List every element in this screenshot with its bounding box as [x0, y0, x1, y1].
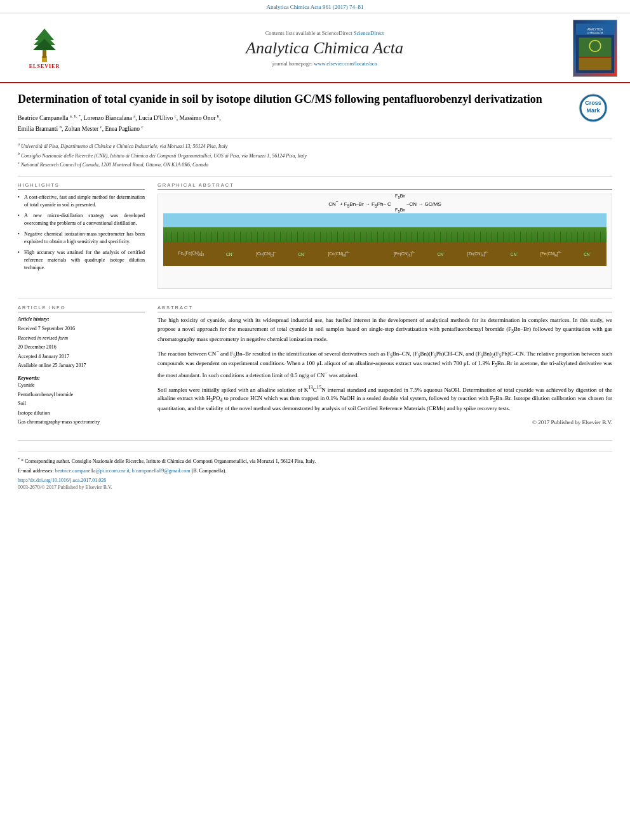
keywords-section: Keywords: Cyanide Pentafluorobenzyl brom…	[18, 375, 145, 427]
graphical-abstract-column: GRAPHICAL ABSTRACT CN− + F5Bn–Br → F5Ph–…	[158, 182, 612, 289]
sciencedirect-text: Contents lists available at ScienceDirec…	[76, 30, 573, 36]
journal-homepage-link[interactable]: www.elsevier.com/locate/aca	[314, 60, 377, 67]
article-info-abstract-section: ARTICLE INFO Article history: Received 7…	[18, 305, 612, 427]
received-revised-date: 20 December 2016	[18, 343, 145, 352]
doi-link[interactable]: http://dx.doi.org/10.1016/j.aca.2017.01.…	[18, 477, 106, 483]
elsevier-tree-icon	[19, 27, 70, 62]
email-label: E-mail addresses:	[18, 468, 54, 474]
journal-cover-svg: ANALYTICA CHIMICA ACTA	[576, 20, 614, 76]
accepted-date: Accepted 4 January 2017	[18, 352, 145, 361]
elsevier-label: ELSEVIER	[29, 63, 60, 69]
title-text: Determination of total cyanide in soil b…	[18, 93, 542, 105]
abstract-label: ABSTRACT	[158, 305, 612, 312]
corresponding-author-note: * * Corresponding author. Consiglio Nazi…	[18, 457, 612, 465]
email-addresses: E-mail addresses: beatrice.campanella@pi…	[18, 467, 612, 475]
highlights-column: HIGHLIGHTS A cost-effective, fast and si…	[18, 182, 145, 289]
keyword-3: Soil	[18, 399, 145, 408]
journal-homepage: journal homepage: www.elsevier.com/locat…	[76, 60, 573, 67]
journal-cover-image: ANALYTICA CHIMICA ACTA	[573, 20, 617, 77]
elsevier-logo: ELSEVIER	[13, 27, 76, 69]
article-title: Determination of total cyanide in soil b…	[18, 92, 612, 107]
authors-section: Beatrice Campanella a, b, *, Lorenzo Bia…	[18, 113, 612, 134]
section-divider	[18, 177, 612, 177]
crossmark-logo[interactable]: Cross Mark	[577, 92, 612, 127]
journal-center: Contents lists available at ScienceDirec…	[76, 30, 573, 67]
abstract-paragraph-2: The reaction between CN− and F5Bn–Br res…	[158, 348, 612, 380]
highlight-item-4: High accuracy was attained for the analy…	[18, 249, 145, 272]
received-date: Received 7 September 2016	[18, 324, 145, 333]
article-history-label: Article history:	[18, 316, 145, 322]
keyword-2: Pentafluorobenzyl bromide	[18, 390, 145, 399]
svg-text:CHIMICA ACTA: CHIMICA ACTA	[587, 32, 603, 34]
section-divider-2	[18, 298, 612, 298]
corresponding-author-text: * Corresponding author. Consiglio Nazion…	[21, 458, 316, 463]
sciencedirect-link[interactable]: ScienceDirect	[354, 30, 384, 36]
abstract-column: ABSTRACT The high toxicity of cyanide, a…	[158, 305, 612, 427]
keywords-list: Cyanide Pentafluorobenzyl bromide Soil I…	[18, 381, 145, 427]
available-date: Available online 25 January 2017	[18, 361, 145, 370]
abstract-paragraph-3: Soil samples were initially spiked with …	[158, 384, 612, 413]
keyword-5: Gas chromatography-mass spectrometry	[18, 418, 145, 427]
highlight-item-3: Negative chemical ionization-mass spectr…	[18, 230, 145, 246]
svg-rect-10	[579, 57, 611, 70]
reaction-scheme: CN− + F5Bn–Br → F5Ph– F5Bn C F5Bn –CN → …	[163, 199, 607, 208]
svg-text:ANALYTICA: ANALYTICA	[587, 28, 603, 31]
svg-text:Cross: Cross	[585, 100, 601, 106]
keyword-4: Isotope dilution	[18, 409, 145, 418]
received-revised-label: Received in revised form	[18, 334, 145, 343]
abstract-paragraph-1: The high toxicity of cyanide, along with…	[158, 316, 612, 343]
journal-title: Analytica Chimica Acta	[76, 39, 573, 58]
article-info-label: ARTICLE INFO	[18, 305, 145, 312]
journal-ref-text: Analytica Chimica Acta 961 (2017) 74–81	[266, 4, 363, 10]
footer-divider	[18, 440, 612, 441]
graphical-abstract-visual: Fe4[Fe(CN)6]3 CN− [Cu(CN)2]− CN− [Co(CN)…	[163, 213, 607, 270]
affiliations-section: a Università di Pisa, Dipartimento di Ch…	[18, 138, 612, 169]
abstract-copyright: © 2017 Published by Elsevier B.V.	[158, 418, 612, 427]
keywords-label: Keywords:	[18, 375, 145, 381]
article-content: Determination of total cyanide in soil b…	[0, 83, 630, 499]
graphical-abstract-image: CN− + F5Bn–Br → F5Ph– F5Bn C F5Bn –CN → …	[158, 194, 612, 289]
highlights-graphical-section: HIGHLIGHTS A cost-effective, fast and si…	[18, 182, 612, 289]
doi-line: http://dx.doi.org/10.1016/j.aca.2017.01.…	[18, 477, 612, 483]
graphical-abstract-label: GRAPHICAL ABSTRACT	[158, 182, 612, 190]
keyword-1: Cyanide	[18, 381, 145, 390]
article-footer: * * Corresponding author. Consiglio Nazi…	[18, 451, 612, 491]
article-history-dates: Received 7 September 2016 Received in re…	[18, 324, 145, 370]
highlights-list: A cost-effective, fast and simple method…	[18, 194, 145, 272]
email-suffix: (B. Campanella).	[192, 468, 227, 474]
journal-reference: Analytica Chimica Acta 961 (2017) 74–81	[0, 0, 630, 13]
sciencedirect-label: Contents lists available at ScienceDirec…	[265, 30, 352, 36]
highlight-item-1: A cost-effective, fast and simple method…	[18, 194, 145, 209]
highlight-item-2: A new micro-distillation strategy was de…	[18, 212, 145, 227]
abstract-text: The high toxicity of cyanide, along with…	[158, 316, 612, 427]
email-link-2[interactable]: b.campanella89@gmail.com	[132, 468, 191, 474]
svg-text:Mark: Mark	[586, 107, 600, 114]
journal-header: ELSEVIER Contents lists available at Sci…	[0, 13, 630, 83]
article-info-column: ARTICLE INFO Article history: Received 7…	[18, 305, 145, 427]
footer-copyright: 0003-2670/© 2017 Published by Elsevier B…	[18, 484, 612, 490]
email-link-1[interactable]: beatrice.campanella@pi.iccom.cnr.it	[55, 468, 130, 474]
highlights-label: HIGHLIGHTS	[18, 182, 145, 190]
